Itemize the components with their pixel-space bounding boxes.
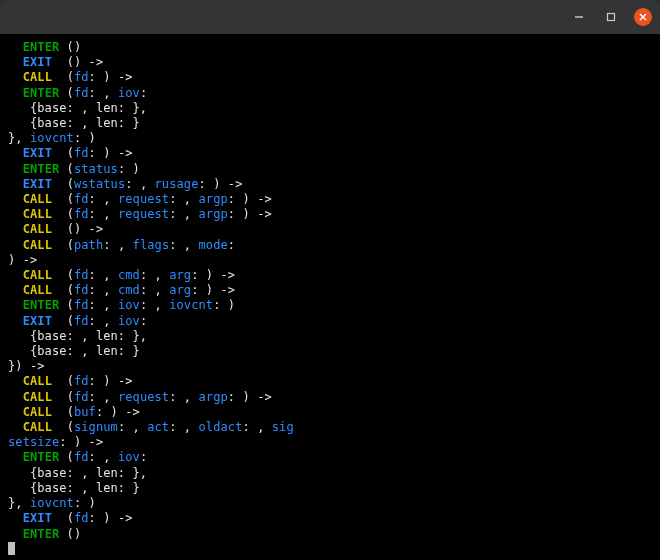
log-line: {base: , len: },: [8, 466, 147, 480]
log-line: {base: , len: }: [8, 344, 140, 358]
log-line: CALL (fd: , request: , argp: ) ->: [8, 207, 279, 221]
log-line: ENTER (): [8, 40, 81, 54]
log-line: }, iovcnt: ): [8, 131, 96, 145]
log-line: ) ->: [8, 253, 45, 267]
terminal-body[interactable]: ENTER () EXIT () -> CALL (fd: ) -> ENTER…: [0, 34, 660, 560]
log-line: ENTER (fd: , iov: , iovcnt: ): [8, 298, 235, 312]
log-line: CALL () ->: [8, 222, 111, 236]
log-line: {base: , len: },: [8, 101, 147, 115]
log-line: EXIT () ->: [8, 55, 111, 69]
titlebar[interactable]: [0, 0, 660, 34]
log-line: CALL (fd: , cmd: , arg: ) ->: [8, 283, 242, 297]
window-controls: [570, 8, 652, 26]
terminal-window: ENTER () EXIT () -> CALL (fd: ) -> ENTER…: [0, 0, 660, 560]
log-line: CALL (fd: , request: , argp: ) ->: [8, 390, 279, 404]
close-button[interactable]: [634, 8, 652, 26]
log-line: ENTER (status: ): [8, 162, 140, 176]
svg-rect-1: [608, 14, 615, 21]
log-line: EXIT (wstatus: , rusage: ) ->: [8, 177, 250, 191]
log-line: CALL (fd: ) ->: [8, 70, 140, 84]
log-line: EXIT (fd: ) ->: [8, 146, 140, 160]
log-line: ENTER (fd: , iov:: [8, 86, 155, 100]
maximize-icon: [606, 12, 616, 22]
log-line: {base: , len: },: [8, 329, 147, 343]
close-icon: [638, 12, 648, 22]
minimize-icon: [574, 12, 584, 22]
log-line: {base: , len: }: [8, 116, 140, 130]
log-line: setsize: ) ->: [8, 435, 111, 449]
log-line: CALL (signum: , act: , oldact: , sig: [8, 420, 294, 434]
log-line: }, iovcnt: ): [8, 496, 96, 510]
log-line: }) ->: [8, 359, 52, 373]
log-line: {base: , len: }: [8, 481, 140, 495]
log-line: ENTER (fd: , iov:: [8, 450, 155, 464]
log-line: CALL (path: , flags: , mode:: [8, 238, 242, 252]
log-line: CALL (fd: , cmd: , arg: ) ->: [8, 268, 242, 282]
minimize-button[interactable]: [570, 8, 588, 26]
cursor: [8, 542, 15, 555]
log-line: EXIT (fd: ) ->: [8, 511, 140, 525]
log-line: CALL (buf: ) ->: [8, 405, 147, 419]
maximize-button[interactable]: [602, 8, 620, 26]
log-line: CALL (fd: ) ->: [8, 374, 140, 388]
log-line: ENTER (): [8, 527, 81, 541]
log-line: CALL (fd: , request: , argp: ) ->: [8, 192, 279, 206]
log-line: EXIT (fd: , iov:: [8, 314, 155, 328]
